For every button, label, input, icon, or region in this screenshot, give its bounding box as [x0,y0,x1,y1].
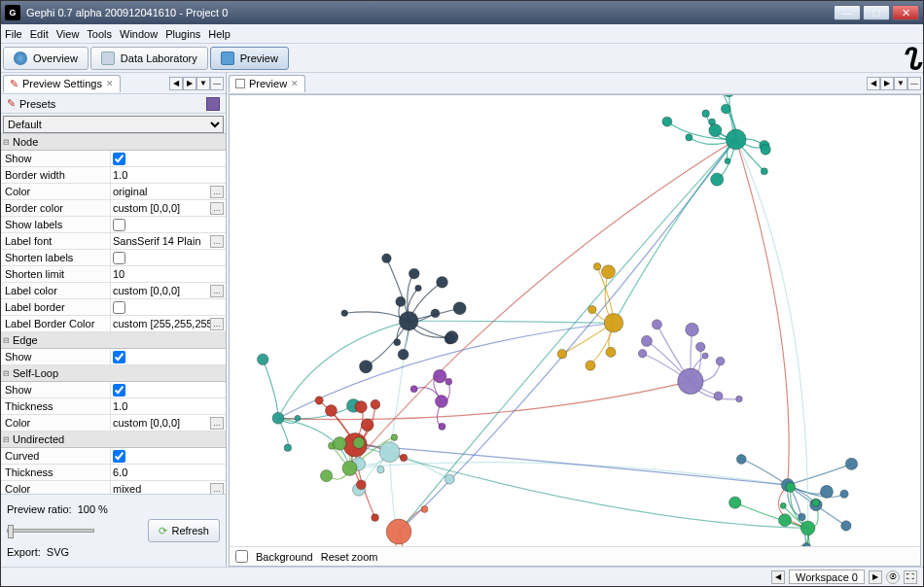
preview-canvas-tab[interactable]: Preview ✕ [229,75,305,92]
property-row: Thickness1.0 [1,398,226,415]
property-edit-button[interactable]: … [210,235,224,248]
property-checkbox[interactable] [113,301,125,314]
property-row: Colorcustom [0,0,0]… [1,415,226,432]
property-checkbox[interactable] [113,384,125,397]
property-checkbox[interactable] [113,351,125,363]
svg-point-16 [840,490,848,498]
panel-prev-button[interactable]: ◀ [169,77,183,90]
svg-point-47 [315,397,323,404]
property-value[interactable]: original… [110,184,226,199]
property-edit-button[interactable]: … [210,483,224,495]
menu-file[interactable]: File [5,28,22,40]
preview-ratio-slider[interactable] [7,529,94,533]
close-tab-icon[interactable]: ✕ [106,79,114,88]
tab-data-laboratory[interactable]: Data Laboratory [90,47,208,70]
svg-point-82 [662,117,672,126]
menu-view[interactable]: View [56,28,80,40]
property-checkbox[interactable] [113,450,125,463]
property-value[interactable]: custom [0,0,0]… [110,283,226,298]
property-group-self-loop[interactable]: ⊟Self-Loop [1,365,226,382]
property-edit-button[interactable]: … [210,202,224,215]
tab-preview[interactable]: Preview [210,47,289,70]
background-checkbox[interactable] [235,550,248,563]
svg-point-73 [725,158,730,164]
menu-window[interactable]: Window [120,28,158,40]
panel-minimize-button[interactable]: — [907,77,921,90]
svg-point-19 [379,442,400,463]
svg-point-41 [356,480,366,490]
fullscreen-icon[interactable]: ⛶ [904,570,917,584]
svg-point-76 [686,134,693,141]
property-value[interactable]: custom [255,255,255]… [110,316,226,331]
property-value[interactable]: 6.0 [110,465,226,480]
svg-point-35 [729,497,741,508]
property-checkbox[interactable] [113,219,125,231]
property-label: Border width [1,167,110,183]
property-edit-button[interactable]: … [210,285,224,297]
save-preset-icon[interactable] [206,97,220,111]
property-group-undirected[interactable]: ⊟Undirected [1,432,226,448]
property-edit-button[interactable]: … [210,417,224,430]
property-checkbox[interactable] [113,153,125,165]
menu-help[interactable]: Help [208,28,231,40]
workspace-next-icon[interactable]: ▶ [869,570,882,584]
property-label: Thickness [1,398,110,414]
property-group-edge[interactable]: ⊟Edge [1,332,226,349]
timeline-icon[interactable]: ⦿ [886,570,900,584]
panel-next-button[interactable]: ▶ [880,77,894,90]
tab-overview[interactable]: Overview [3,47,89,70]
preview-settings-tab[interactable]: ✎ Preview Settings ✕ [3,75,121,92]
svg-point-89 [686,323,699,336]
property-label: Label color [1,283,110,298]
property-value[interactable]: 1.0 [110,398,226,414]
svg-point-26 [445,378,452,385]
property-group-node[interactable]: ⊟Node [1,134,226,151]
svg-point-69 [726,129,746,150]
panel-dropdown-button[interactable]: ▼ [196,77,210,90]
menu-tools[interactable]: Tools [87,28,112,40]
property-value[interactable] [110,299,226,315]
wand-icon: ✎ [10,78,18,90]
refresh-button[interactable]: ⟳ Refresh [148,519,220,542]
svg-point-84 [695,342,705,352]
property-value[interactable]: custom [0,0,0]… [110,415,226,431]
preset-select[interactable]: Default [3,116,224,133]
property-value[interactable] [110,448,226,464]
tab-overview-label: Overview [33,52,78,64]
panel-next-button[interactable]: ▶ [183,77,196,90]
property-value[interactable] [110,151,226,166]
svg-point-93 [342,461,357,475]
minimize-button[interactable]: — [834,5,861,20]
property-value[interactable]: 1.0 [110,167,226,183]
property-edit-button[interactable]: … [210,318,224,330]
property-value[interactable]: SansSerif 14 Plain… [110,233,226,249]
menu-edit[interactable]: Edit [30,28,49,40]
property-edit-button[interactable]: … [210,186,224,198]
menu-plugins[interactable]: Plugins [165,28,200,40]
property-value[interactable]: mixed… [110,481,226,494]
property-checkbox[interactable] [113,252,125,264]
workspace-prev-icon[interactable]: ◀ [771,570,785,584]
svg-point-80 [711,173,724,186]
property-list[interactable]: ⊟NodeShowBorder width1.0Colororiginal…Bo… [1,133,226,494]
maximize-button[interactable]: □ [863,5,890,20]
export-label: Export: [7,546,41,558]
property-value[interactable] [110,250,226,265]
property-value[interactable] [110,382,226,397]
property-value[interactable] [110,349,226,364]
workspace-label[interactable]: Workspace 0 [789,570,865,584]
preview-canvas[interactable]: Background Reset zoom [229,94,921,567]
property-value[interactable]: custom [0,0,0]… [110,200,226,216]
close-tab-icon[interactable]: ✕ [291,79,299,88]
svg-point-92 [702,353,708,359]
property-value[interactable]: 10 [110,266,226,282]
property-label: Color [1,415,110,431]
panel-minimize-button[interactable]: — [210,77,224,90]
svg-point-34 [780,502,786,508]
panel-prev-button[interactable]: ◀ [867,77,880,90]
export-format-link[interactable]: SVG [47,546,69,558]
panel-dropdown-button[interactable]: ▼ [894,77,907,90]
property-value[interactable] [110,217,226,232]
close-button[interactable]: ✕ [892,5,919,20]
reset-zoom-link[interactable]: Reset zoom [321,551,378,563]
